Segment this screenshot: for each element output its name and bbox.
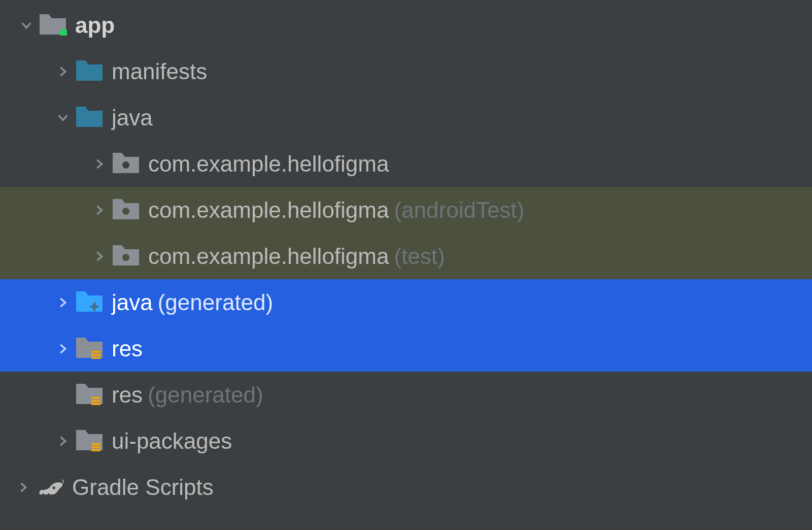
item-label: com.example.hellofigma xyxy=(148,151,389,177)
chevron-right-icon xyxy=(51,434,75,448)
item-label: ui-packages xyxy=(112,428,232,454)
chevron-right-icon xyxy=(87,157,112,171)
item-suffix: (generated) xyxy=(148,382,263,408)
svg-point-2 xyxy=(122,208,129,215)
package-folder-icon xyxy=(112,198,142,222)
svg-point-1 xyxy=(122,161,129,169)
tree-item-java[interactable]: java xyxy=(0,94,812,141)
generated-folder-icon xyxy=(75,290,106,315)
item-label: com.example.hellofigma xyxy=(148,197,389,223)
folder-icon xyxy=(75,59,106,84)
item-suffix: (test) xyxy=(394,244,445,269)
chevron-right-icon xyxy=(51,342,75,356)
item-suffix: (generated) xyxy=(158,290,273,315)
tree-item-ui-packages[interactable]: ui-packages xyxy=(0,418,812,464)
svg-rect-10 xyxy=(91,443,100,445)
module-folder-icon xyxy=(39,13,69,38)
item-label: java xyxy=(112,290,153,315)
svg-rect-4 xyxy=(91,351,100,353)
item-label: java xyxy=(112,105,153,130)
gradle-icon xyxy=(36,475,67,500)
item-label: res xyxy=(112,336,143,361)
tree-item-java-generated[interactable]: java (generated) xyxy=(0,279,812,325)
item-label: Gradle Scripts xyxy=(72,475,214,500)
item-label: manifests xyxy=(112,59,207,84)
item-label-group: com.example.hellofigma (androidTest) xyxy=(148,197,524,223)
resources-folder-icon xyxy=(75,337,106,361)
item-label: com.example.hellofigma xyxy=(148,244,389,269)
svg-rect-11 xyxy=(91,446,100,448)
tree-item-package-androidtest[interactable]: com.example.hellofigma (androidTest) xyxy=(0,187,812,233)
svg-rect-12 xyxy=(91,449,100,451)
chevron-right-icon xyxy=(87,249,112,263)
svg-rect-8 xyxy=(91,400,100,402)
chevron-right-icon xyxy=(87,203,112,217)
resources-folder-icon xyxy=(75,383,106,407)
chevron-down-icon xyxy=(51,111,75,125)
tree-item-gradle-scripts[interactable]: Gradle Scripts xyxy=(0,464,812,510)
svg-rect-6 xyxy=(91,357,100,359)
item-label-group: com.example.hellofigma (test) xyxy=(148,244,445,269)
chevron-right-icon xyxy=(11,480,36,494)
chevron-down-icon xyxy=(14,18,39,32)
tree-item-res-generated[interactable]: res (generated) xyxy=(0,372,812,418)
item-label: app xyxy=(75,13,115,38)
tree-item-package-test[interactable]: com.example.hellofigma (test) xyxy=(0,233,812,279)
item-label: res xyxy=(112,382,143,408)
project-tree: app manifests java xyxy=(0,0,812,510)
resources-folder-icon xyxy=(75,429,106,453)
item-suffix: (androidTest) xyxy=(394,197,524,223)
tree-item-manifests[interactable]: manifests xyxy=(0,48,812,94)
tree-item-app[interactable]: app xyxy=(0,2,812,48)
svg-point-3 xyxy=(122,254,129,261)
item-label-group: res (generated) xyxy=(112,382,263,408)
package-folder-icon xyxy=(112,244,142,269)
arrow-spacer xyxy=(51,388,75,402)
tree-item-res[interactable]: res xyxy=(0,325,812,372)
folder-icon xyxy=(75,106,106,130)
chevron-right-icon xyxy=(51,295,75,310)
svg-rect-9 xyxy=(91,403,100,405)
chevron-right-icon xyxy=(51,64,75,79)
svg-rect-5 xyxy=(91,354,100,356)
item-label-group: java (generated) xyxy=(112,290,273,315)
tree-item-package-main[interactable]: com.example.hellofigma xyxy=(0,141,812,187)
package-folder-icon xyxy=(112,152,142,176)
svg-rect-7 xyxy=(91,397,100,399)
